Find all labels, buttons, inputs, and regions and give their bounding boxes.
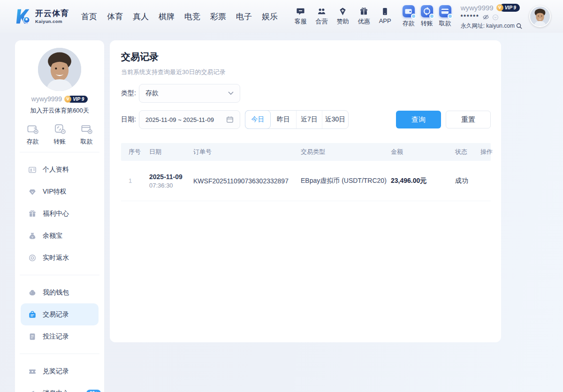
sidebar: wywy9999 V VIP 9 加入开云体育第600天 存款 (15, 40, 104, 392)
sidebar-transfer-action[interactable]: 转账 (53, 122, 66, 146)
gem-icon (28, 188, 37, 196)
masked-balance: ****** (461, 14, 479, 21)
nav-slots[interactable]: 电子 (236, 11, 252, 22)
sidebar-vip-badge[interactable]: V VIP 9 (64, 96, 88, 103)
nav-entertainment[interactable]: 娱乐 (262, 11, 278, 22)
transactions-panel: 交易记录 当前系统支持查询最近30日的交易记录 类型: 存款 日期: 2025-… (110, 40, 501, 342)
transaction-record-icon (28, 310, 37, 319)
transfer-link[interactable]: 转账 (421, 5, 433, 28)
chevron-down-icon (228, 91, 234, 95)
vip-badge[interactable]: V VIP 9 (496, 4, 520, 12)
cell-status: 成功 (448, 177, 473, 185)
magnifier-icon[interactable] (516, 23, 523, 30)
bet-record-icon (28, 332, 37, 341)
topbar: 开云体育 Kaiyun.com 首页 体育 真人 棋牌 电竞 彩票 电子 娱乐 … (0, 0, 563, 33)
range-today[interactable]: 今日 (245, 110, 271, 129)
reset-button[interactable]: 重置 (446, 111, 491, 128)
gift-icon (359, 7, 368, 16)
sidebar-item-messages[interactable]: 消息中心 99+ (15, 382, 104, 392)
sidebar-item-vip[interactable]: VIP特权 (15, 181, 104, 203)
phone-icon (380, 7, 389, 16)
brand-name-en: Kaiyun.com (35, 19, 69, 24)
calendar-icon (226, 116, 234, 123)
table-row: 1 2025-11-09 07:36:30 KWSF20251109073630… (121, 161, 491, 201)
vip-gem-icon: V (496, 4, 503, 11)
withdraw-icon (439, 5, 451, 17)
transfer-icon (421, 5, 433, 17)
page-title: 交易记录 (121, 51, 491, 63)
card-outline-icon (80, 122, 93, 135)
date-range-input[interactable]: 2025-11-09 ~ 2025-11-09 (139, 110, 240, 129)
user-info: wywy9999 V VIP 9 ****** 永久网 (461, 3, 523, 30)
divider (20, 152, 99, 152)
date-range-presets: 今日 昨日 近7日 近30日 (245, 110, 349, 129)
brand-name-cn: 开云体育 (35, 9, 69, 17)
sidebar-avatar[interactable] (38, 48, 81, 91)
id-card-icon (28, 166, 37, 174)
nav-chess[interactable]: 棋牌 (159, 11, 175, 22)
sidebar-item-rebate[interactable]: 实时返水 (15, 247, 104, 269)
transfer-outline-icon (53, 122, 66, 135)
range-30days[interactable]: 近30日 (322, 111, 348, 128)
partners-link[interactable]: 合营 (315, 7, 329, 26)
deposit-icon (403, 5, 415, 17)
cell-amount: 23,496.00元 (383, 177, 448, 185)
join-days-text: 加入开云体育第600天 (15, 106, 104, 115)
piggy-bank-icon (28, 288, 37, 297)
sponsor-link[interactable]: 赞助 (336, 7, 350, 26)
ticket-icon (28, 367, 37, 376)
chat-icon (296, 7, 305, 16)
partners-icon (317, 7, 326, 16)
type-select[interactable]: 存款 (139, 84, 240, 103)
cell-date: 2025-11-09 07:36:30 (142, 173, 186, 189)
sidebar-item-welfare[interactable]: 福利中心 (15, 203, 104, 225)
refresh-circle-icon[interactable] (492, 14, 499, 21)
eye-off-icon[interactable] (482, 14, 489, 21)
sidebar-username: wywy9999 (31, 95, 62, 103)
promo-link[interactable]: 优惠 (357, 7, 371, 26)
type-label: 类型: (121, 89, 139, 98)
sidebar-withdraw-action[interactable]: 取款 (80, 122, 93, 146)
cell-order-no: KWSF202511090736302332897 (186, 177, 293, 185)
gift-icon (28, 210, 37, 218)
transactions-table: 序号 日期 订单号 交易类型 金额 状态 操作 1 2025-11-09 07:… (121, 143, 491, 201)
nav-sports[interactable]: 体育 (107, 11, 123, 22)
table-header: 序号 日期 订单号 交易类型 金额 状态 操作 (121, 143, 491, 161)
nav-live[interactable]: 真人 (133, 11, 149, 22)
cell-type: EBpay虚拟币 (USDT/TRC20) (293, 177, 383, 185)
sidebar-item-transactions[interactable]: 交易记录 (21, 303, 99, 325)
withdraw-link[interactable]: 取款 (439, 5, 451, 28)
username: wywy9999 (461, 3, 494, 13)
divider (20, 275, 99, 275)
nav-esports[interactable]: 电竞 (184, 11, 200, 22)
divider (20, 354, 99, 354)
nav-home[interactable]: 首页 (81, 11, 97, 22)
service-link[interactable]: 客服 (294, 7, 308, 26)
range-7days[interactable]: 近7日 (297, 111, 322, 128)
deposit-link[interactable]: 存款 (403, 5, 415, 28)
sidebar-item-bets[interactable]: 投注记录 (15, 325, 104, 347)
message-count-badge: 99+ (86, 390, 101, 392)
app-link[interactable]: APP (378, 7, 392, 26)
wallet-outline-icon (26, 122, 39, 135)
sponsor-icon (338, 7, 347, 16)
sidebar-item-profile[interactable]: 个人资料 (15, 158, 104, 181)
sidebar-item-redeem[interactable]: 兑奖记录 (15, 360, 104, 382)
site-url: 永久网址: kaiyun.com (461, 23, 515, 30)
user-avatar[interactable] (529, 6, 551, 27)
money-bag-icon (28, 232, 37, 240)
cell-index: 1 (121, 177, 142, 184)
query-button[interactable]: 查询 (396, 111, 441, 128)
megaphone-icon (28, 389, 37, 392)
sidebar-item-yuebao[interactable]: 余额宝 (15, 225, 104, 247)
range-yesterday[interactable]: 昨日 (271, 111, 297, 128)
target-circle-icon (28, 254, 37, 262)
sidebar-deposit-action[interactable]: 存款 (26, 122, 39, 146)
page-subtitle: 当前系统支持查询最近30日的交易记录 (121, 68, 491, 76)
date-label: 日期: (121, 115, 139, 124)
sidebar-item-wallet[interactable]: 我的钱包 (15, 281, 104, 303)
main-nav: 首页 体育 真人 棋牌 电竞 彩票 电子 娱乐 (81, 11, 278, 22)
brand-logo[interactable]: 开云体育 Kaiyun.com (14, 8, 69, 25)
nav-lottery[interactable]: 彩票 (210, 11, 226, 22)
kaiyun-logo-icon (14, 8, 32, 25)
